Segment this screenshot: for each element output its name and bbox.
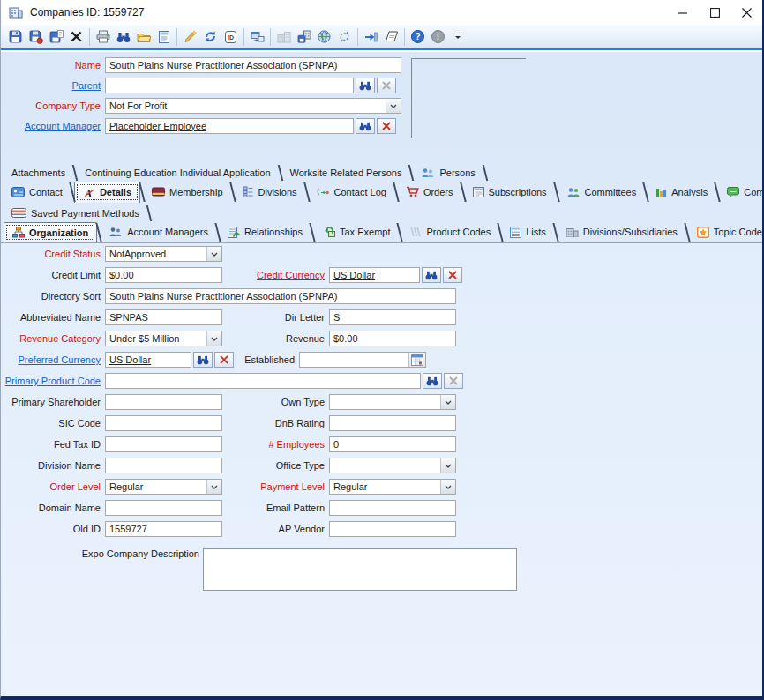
subtab-account-managers[interactable]: Account Managers <box>101 222 216 242</box>
payment-level-select[interactable]: Regular <box>329 479 456 495</box>
tab-analysis[interactable]: Analysis <box>648 182 715 203</box>
sync-icon[interactable] <box>334 26 355 47</box>
dir-letter-input[interactable] <box>329 309 456 325</box>
parent-clear-icon[interactable] <box>377 78 396 93</box>
primary-shareholder-input[interactable] <box>105 394 222 410</box>
subtab-organization[interactable]: Organization <box>4 222 97 242</box>
abbreviated-name-input[interactable] <box>105 309 222 325</box>
established-date-field[interactable] <box>299 352 426 368</box>
primary-product-code-label[interactable]: Primary Product Code <box>1 376 105 386</box>
report-icon[interactable] <box>154 26 174 47</box>
own-type-select[interactable] <box>329 394 456 410</box>
domain-name-input[interactable] <box>105 500 222 516</box>
delete-icon[interactable] <box>66 26 86 47</box>
toolbar-overflow-icon[interactable] <box>452 34 464 40</box>
tab-continuing-education[interactable]: Continuing Education Individual Applicat… <box>77 164 278 182</box>
preferred-currency-label[interactable]: Preferred Currency <box>1 354 105 365</box>
tab-comments[interactable]: Comments <box>719 182 764 203</box>
go-to-icon[interactable] <box>361 26 381 47</box>
parent-input[interactable] <box>105 78 354 93</box>
account-manager-value[interactable]: Placeholder Employee <box>109 121 206 131</box>
num-employees-input[interactable] <box>329 436 456 452</box>
tab-orders[interactable]: Orders <box>398 182 461 203</box>
maximize-button[interactable] <box>699 0 730 25</box>
tab-divisions[interactable]: Divisions <box>235 182 305 203</box>
find-icon[interactable] <box>113 26 133 47</box>
companies-copy-icon[interactable] <box>273 26 294 47</box>
save-icon[interactable] <box>5 26 26 47</box>
chevron-down-icon[interactable] <box>206 331 221 346</box>
chevron-down-icon[interactable] <box>206 480 221 494</box>
division-name-input[interactable] <box>105 458 222 473</box>
calendar-icon[interactable] <box>408 353 425 367</box>
tab-contact[interactable]: Contact <box>4 182 71 203</box>
credit-currency-clear-icon[interactable] <box>443 267 462 283</box>
primary-product-code-clear-icon[interactable] <box>444 373 463 389</box>
tab-committees[interactable]: Committees <box>558 182 645 203</box>
directory-sort-input[interactable] <box>105 288 456 304</box>
account-manager-field[interactable]: Placeholder Employee <box>105 118 354 134</box>
order-level-select[interactable]: Regular <box>105 479 222 495</box>
company-type-select[interactable]: Not For Profit <box>105 98 401 114</box>
subtab-divisions-subsidiaries[interactable]: Divisions/Subsidiaries <box>558 222 685 242</box>
info-icon[interactable]: ! <box>428 26 448 47</box>
credit-status-select[interactable]: NotApproved <box>105 246 222 262</box>
sic-code-input[interactable] <box>105 415 222 431</box>
parent-label[interactable]: Parent <box>1 80 105 91</box>
tab-attachments[interactable]: Attachments <box>4 164 73 182</box>
primary-product-code-input[interactable] <box>105 373 421 389</box>
credit-currency-field[interactable]: US Dollar <box>329 267 420 283</box>
credit-currency-label[interactable]: Credit Currency <box>222 270 329 280</box>
refresh-icon[interactable] <box>200 26 221 47</box>
revenue-input[interactable] <box>329 331 456 346</box>
chevron-down-icon[interactable] <box>440 395 455 409</box>
chevron-down-icon[interactable] <box>206 247 221 261</box>
old-id-input[interactable] <box>105 521 222 537</box>
id-icon[interactable]: ID <box>221 26 241 47</box>
account-manager-clear-icon[interactable] <box>377 118 396 134</box>
transfer-icon[interactable] <box>247 26 267 47</box>
tab-subscriptions[interactable]: Subscriptions <box>465 182 555 203</box>
credit-limit-input[interactable] <box>105 267 222 283</box>
save-new-icon[interactable] <box>46 26 66 47</box>
ap-vendor-input[interactable] <box>329 521 456 537</box>
tab-contact-log[interactable]: Contact Log <box>309 182 394 203</box>
minimize-button[interactable] <box>667 0 699 25</box>
credit-currency-find-icon[interactable] <box>422 267 441 283</box>
tab-worksite-related-persons[interactable]: Worksite Related Persons <box>282 164 410 182</box>
chevron-down-icon[interactable] <box>440 458 455 473</box>
print-icon[interactable] <box>93 26 113 47</box>
subtab-tax-exempt[interactable]: Tax Exempt <box>314 222 398 242</box>
preferred-currency-clear-icon[interactable] <box>214 352 234 368</box>
chevron-down-icon[interactable] <box>440 480 455 494</box>
web-icon[interactable] <box>314 26 334 47</box>
office-type-select[interactable] <box>329 458 456 473</box>
revenue-category-select[interactable]: Under $5 Million <box>105 331 222 346</box>
subtab-lists[interactable]: Lists <box>502 222 554 242</box>
preferred-currency-field[interactable]: US Dollar <box>105 352 191 368</box>
name-input[interactable] <box>105 57 401 73</box>
parent-find-icon[interactable] <box>356 78 375 93</box>
primary-product-code-find-icon[interactable] <box>423 373 442 389</box>
subtab-relationships[interactable]: Relationships <box>220 222 311 242</box>
close-button[interactable] <box>730 0 762 25</box>
save-close-icon[interactable] <box>26 26 46 47</box>
dnb-rating-input[interactable] <box>329 415 456 431</box>
chevron-down-icon[interactable] <box>386 99 401 113</box>
subtab-product-codes[interactable]: Product Codes <box>401 222 498 242</box>
email-pattern-input[interactable] <box>329 500 456 516</box>
companies-save-icon[interactable] <box>294 26 314 47</box>
note-icon[interactable] <box>381 26 401 47</box>
tab-details[interactable]: A Details <box>74 182 140 203</box>
tab-membership[interactable]: Membership <box>144 182 231 203</box>
account-manager-label[interactable]: Account Manager <box>1 121 105 131</box>
fed-tax-id-input[interactable] <box>105 436 222 452</box>
tab-persons[interactable]: Persons <box>413 164 483 182</box>
tab-saved-payment-methods[interactable]: Saved Payment Methods <box>4 205 147 222</box>
preferred-currency-find-icon[interactable] <box>193 352 213 368</box>
subtab-topic-codes[interactable]: Topic Codes <box>689 222 764 242</box>
account-manager-find-icon[interactable] <box>356 118 375 134</box>
expo-description-textarea[interactable] <box>203 548 517 591</box>
open-folder-icon[interactable] <box>133 26 154 47</box>
help-icon[interactable]: ? <box>408 26 428 47</box>
